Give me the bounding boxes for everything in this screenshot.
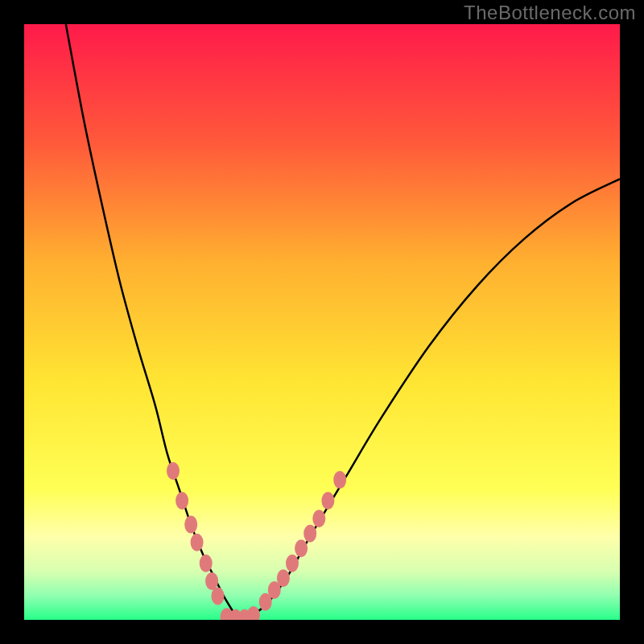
dot — [175, 492, 188, 510]
watermark-text: TheBottleneck.com — [464, 2, 636, 24]
plot-area — [24, 24, 620, 620]
gradient-background — [24, 24, 620, 620]
dot — [277, 569, 290, 587]
dot — [205, 572, 218, 590]
dot — [167, 462, 180, 480]
dot — [333, 471, 346, 489]
dot — [212, 587, 225, 605]
chart-frame: TheBottleneck.com — [0, 0, 644, 644]
dot — [200, 555, 213, 572]
dot — [184, 516, 197, 534]
dot — [295, 539, 308, 557]
dot — [303, 525, 316, 543]
dot — [312, 510, 325, 527]
plot-svg — [24, 24, 620, 620]
dot — [286, 555, 299, 572]
dot — [321, 492, 334, 510]
dot — [191, 534, 204, 551]
